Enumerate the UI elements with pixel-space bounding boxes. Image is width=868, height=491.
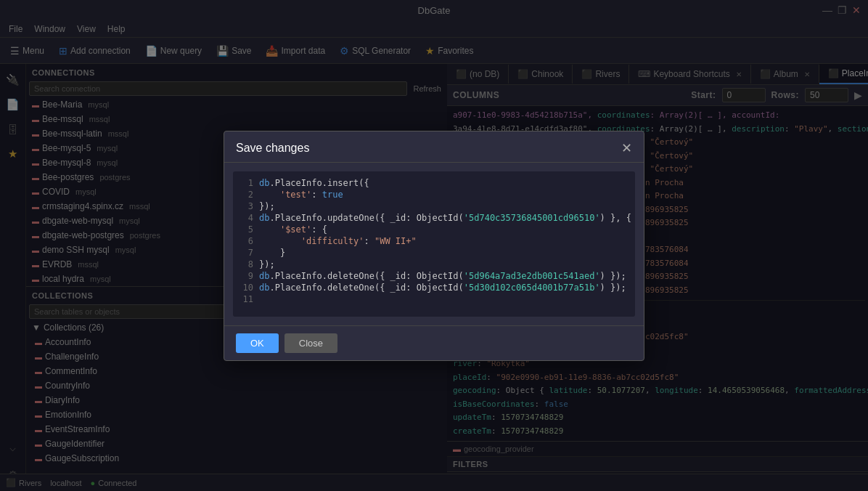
modal-header: Save changes ✕	[224, 131, 644, 163]
code-line: 10db.PlaceInfo.deleteOne({ _id: ObjectId…	[239, 282, 629, 293]
code-line: 3});	[239, 200, 629, 212]
modal-title: Save changes	[236, 142, 309, 155]
code-line: 2 'test': true	[239, 189, 629, 200]
code-line: 7 }	[239, 247, 629, 259]
code-line: 6 'difficulty': "WW II+"	[239, 235, 629, 247]
modal-close-button[interactable]: Close	[284, 333, 337, 353]
code-line: 5 '$set': {	[239, 224, 629, 235]
code-line: 1db.PlaceInfo.insert({	[239, 177, 629, 189]
code-line: 9db.PlaceInfo.deleteOne({ _id: ObjectId(…	[239, 270, 629, 282]
modal-ok-button[interactable]: OK	[236, 333, 279, 353]
modal-body: 1db.PlaceInfo.insert({ 2 'test': true 3}…	[224, 163, 644, 325]
save-changes-modal: Save changes ✕ 1db.PlaceInfo.insert({ 2 …	[224, 131, 644, 361]
code-line: 4db.PlaceInfo.updateOne({ _id: ObjectId(…	[239, 212, 629, 224]
code-line: 11	[239, 293, 629, 305]
modal-footer: OK Close	[224, 325, 644, 360]
modal-close-x-button[interactable]: ✕	[621, 140, 632, 156]
modal-overlay: Save changes ✕ 1db.PlaceInfo.insert({ 2 …	[0, 0, 868, 491]
code-area: 1db.PlaceInfo.insert({ 2 'test': true 3}…	[233, 171, 635, 317]
code-line: 8});	[239, 259, 629, 270]
